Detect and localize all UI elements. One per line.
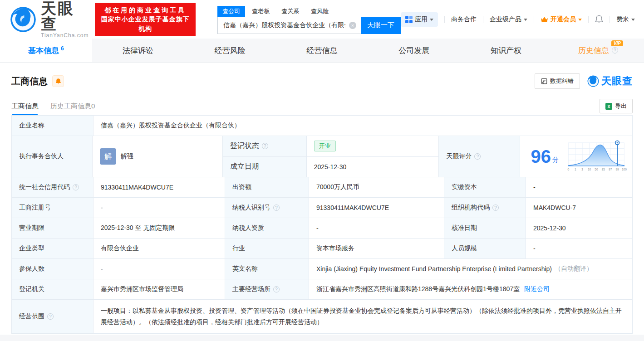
- svg-text:50: 50: [595, 168, 598, 171]
- crown-icon: [541, 16, 548, 23]
- help-icon[interactable]: ?: [73, 184, 79, 190]
- business-term-label: 营业期限: [12, 218, 93, 238]
- search-input[interactable]: [217, 17, 361, 34]
- promo-banner[interactable]: 都在用的商业查询工具 国家中小企业发展子基金旗下机构: [95, 3, 196, 36]
- company-type-label: 企业类型: [12, 239, 93, 258]
- tianyan-score-label: 天眼评分 ?: [439, 136, 520, 177]
- tab-label: 经营风险: [215, 45, 246, 56]
- enterprise-product-menu[interactable]: 企业级产品: [490, 15, 527, 24]
- staff-size-value: -: [526, 239, 632, 258]
- business-scope-label: 经营范围 ?: [12, 300, 93, 333]
- svg-text:99: 99: [615, 168, 619, 171]
- insured-count-value: -: [93, 259, 225, 279]
- tab-label: 历史信息: [578, 45, 609, 56]
- help-icon[interactable]: ?: [492, 205, 499, 211]
- tab-label: 公司发展: [398, 45, 429, 56]
- tab-intellectual-property[interactable]: 知识产权: [460, 39, 552, 62]
- company-nav-tabs: 基本信息 6 法律诉讼 经营风险 经营信息 公司发展 知识产权 VIP 历史信息…: [0, 39, 644, 63]
- data-correction-button[interactable]: 数据纠错: [535, 73, 580, 89]
- help-icon[interactable]: ?: [273, 205, 280, 211]
- excel-icon: x: [605, 103, 612, 110]
- svg-text:0: 0: [568, 168, 570, 171]
- apps-menu[interactable]: 应用: [401, 12, 438, 27]
- chevron-down-icon: [578, 19, 582, 21]
- business-coop-label: 商务合作: [451, 15, 477, 24]
- taxpayer-id-value: 91330411MAK4DWCU7E: [309, 198, 444, 218]
- staff-size-label: 人员规模: [444, 239, 526, 258]
- help-icon[interactable]: ?: [474, 153, 481, 160]
- help-icon[interactable]: ?: [612, 47, 618, 54]
- help-icon[interactable]: ?: [273, 286, 280, 292]
- tianyancha-logo[interactable]: 天眼查 TianYanCha.com: [10, 0, 88, 39]
- table-row: 经营范围 ? 一般项目：以私募基金从事股权投资、投资管理、资产管理等活动（须在中…: [12, 300, 632, 333]
- divider: [610, 16, 610, 23]
- table-row: 执行事务合伙人 解 解强 登记状态 ? 开业: [12, 136, 632, 177]
- tab-company-development[interactable]: 公司发展: [368, 39, 460, 62]
- partner-name-link[interactable]: 解强: [121, 152, 133, 161]
- tab-operating-info[interactable]: 经营信息: [276, 39, 368, 62]
- search-tabs: 查公司 查老板 查关系 查风险: [217, 5, 401, 17]
- taxpayer-id-label: 纳税人识别号 ?: [225, 198, 309, 218]
- business-address-value: 浙江省嘉兴市秀洲区高照街道康和路1288号嘉兴光伏科创园1号楼1807室 附近公…: [309, 279, 632, 299]
- tab-label: 经营信息: [307, 45, 338, 56]
- vip-upgrade-menu[interactable]: 开通会员: [541, 15, 582, 24]
- table-row: 统一社会信用代码 ? 91330411MAK4DWCU7E 出资额 70000万…: [12, 177, 632, 198]
- search-tab-boss[interactable]: 查老板: [247, 6, 275, 17]
- section-title: 工商信息: [11, 75, 48, 88]
- help-icon[interactable]: ?: [47, 313, 54, 320]
- business-term-value: 2025-12-30 至 无固定期限: [93, 218, 225, 238]
- page: 天眼查 TianYanCha.com 都在用的商业查询工具 国家中小企业发展子基…: [0, 0, 644, 334]
- search-button[interactable]: 天眼一下: [361, 17, 401, 34]
- help-icon[interactable]: ?: [262, 143, 268, 149]
- subtab-history-business-info[interactable]: 历史工商信息0: [50, 102, 95, 115]
- tab-legal-proceedings[interactable]: 法律诉讼: [92, 39, 184, 62]
- taxpayer-quality-value: -: [309, 218, 444, 238]
- tab-label: 知识产权: [491, 45, 521, 56]
- approval-date-value: 2025-12-30: [526, 218, 632, 238]
- status-badge: 开业: [314, 141, 336, 151]
- tab-label: 基本信息: [28, 45, 59, 56]
- subtab-row: 工商信息 历史工商信息0 x 导出: [11, 99, 633, 115]
- english-name-label: 英文名称: [225, 259, 309, 279]
- clear-search-icon[interactable]: ×: [349, 22, 356, 29]
- tianyancha-swirl-icon: [10, 6, 36, 33]
- org-code-label: 组织机构代码 ?: [444, 198, 526, 218]
- svg-text:3: 3: [581, 168, 583, 171]
- industry-value: 资本市场服务: [309, 239, 444, 258]
- svg-text:97: 97: [609, 168, 612, 171]
- company-name-label: 企业名称: [12, 116, 93, 136]
- reg-authority-value: 嘉兴市秀洲区市场监督管理局: [93, 279, 225, 299]
- watermark-text: 天眼查: [601, 74, 633, 88]
- tab-basic-info[interactable]: 基本信息 6: [0, 39, 92, 62]
- document-edit-icon: [541, 78, 547, 84]
- tab-operating-risk[interactable]: 经营风险: [184, 39, 276, 62]
- logo-title: 天眼查: [41, 0, 88, 31]
- search-tab-relation[interactable]: 查关系: [276, 6, 304, 17]
- partner-avatar[interactable]: 解: [100, 148, 116, 165]
- subtab-business-info[interactable]: 工商信息: [11, 102, 39, 115]
- page-bottom-strip: [0, 335, 644, 341]
- nearby-companies-link[interactable]: 附近公司: [524, 285, 550, 293]
- capital-label: 出资额: [225, 177, 309, 197]
- reg-number-label: 工商注册号: [12, 198, 93, 218]
- status-date-subtable: 登记状态 ? 开业 成立日期 2025-12-30: [223, 136, 439, 177]
- subscribe-bell-icon[interactable]: [52, 75, 64, 87]
- logo-text: 天眼查 TianYanCha.com: [41, 0, 88, 39]
- business-coop-link[interactable]: 商务合作: [451, 15, 477, 24]
- taxpayer-quality-label: 纳税人资质: [225, 218, 309, 238]
- tab-history-info[interactable]: VIP 历史信息 ?: [552, 39, 644, 62]
- export-button[interactable]: x 导出: [600, 99, 633, 113]
- table-row: 登记状态 ? 开业: [223, 136, 439, 157]
- establish-date-value: 2025-12-30: [307, 157, 439, 177]
- vip-label: 开通会员: [551, 15, 576, 24]
- user-menu[interactable]: 费米: [616, 15, 635, 24]
- svg-text:1: 1: [575, 168, 576, 171]
- notification-bell-icon[interactable]: [595, 15, 603, 24]
- search-tab-risk[interactable]: 查风险: [306, 6, 334, 17]
- divider: [444, 16, 445, 23]
- org-code-value: MAK4DWCU-7: [526, 198, 632, 218]
- vip-badge: VIP: [611, 40, 623, 46]
- search-tab-company[interactable]: 查公司: [217, 6, 245, 17]
- industry-label: 行业: [225, 239, 309, 258]
- table-row: 企业类型 有限合伙企业 行业 资本市场服务 人员规模 -: [12, 239, 632, 259]
